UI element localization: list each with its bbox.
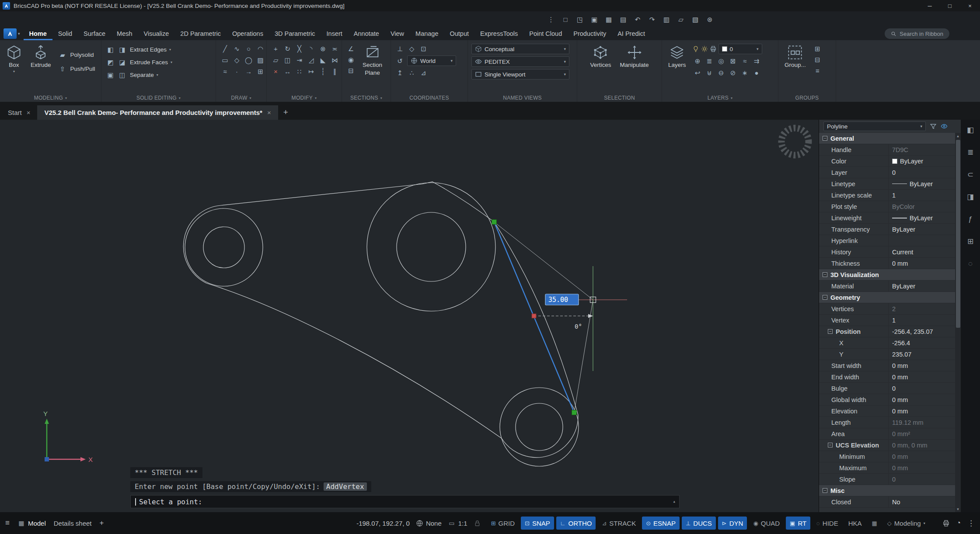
arc-icon[interactable]: ◠ <box>255 44 266 54</box>
command-input[interactable]: Select a point: ▴ <box>130 495 680 508</box>
extract-edges-button[interactable]: Extract Edges▾ <box>130 46 171 53</box>
group-label-named-views[interactable]: NAMED VIEWS <box>468 95 577 101</box>
copy-icon[interactable]: ▱ <box>270 55 281 65</box>
ucs-3point-icon[interactable]: ∴ <box>406 68 417 78</box>
hatch-icon[interactable]: ▨ <box>255 55 266 65</box>
toggle-snap[interactable]: ⊡SNAP <box>521 517 554 530</box>
close-tab-icon[interactable]: × <box>267 109 271 116</box>
layer-delete-icon[interactable]: ⊖ <box>716 68 727 78</box>
bulb-icon[interactable] <box>692 45 699 52</box>
grip-end[interactable] <box>572 410 577 415</box>
toggle-quad[interactable]: ◉QUAD <box>749 517 784 530</box>
tab-insert[interactable]: Insert <box>321 27 348 40</box>
break-icon[interactable]: ┆ <box>317 66 328 76</box>
vertices-button[interactable]: Vertices <box>587 44 614 69</box>
layer-combo[interactable]: 0 ▾ <box>718 44 762 54</box>
save-icon[interactable]: ▣ <box>590 15 599 24</box>
tab-output[interactable]: Output <box>444 27 475 40</box>
model-tab[interactable]: ▦Model <box>17 519 46 527</box>
extend-icon[interactable]: ⇥ <box>294 55 305 65</box>
layers-panel-icon[interactable]: ≣ <box>964 146 977 158</box>
property-row-bulge[interactable]: Bulge0 <box>819 383 955 394</box>
settings-icon[interactable]: ⊛ <box>705 15 714 24</box>
dynamic-input-value[interactable]: 35.00 <box>548 296 568 304</box>
spline-icon[interactable]: ≈ <box>220 66 230 76</box>
point-icon[interactable]: · <box>231 66 242 76</box>
ucs-entity-icon[interactable]: ⊿ <box>418 68 429 78</box>
layers-button[interactable]: Layers <box>666 44 689 69</box>
save-all-icon[interactable]: ▦ <box>604 15 613 24</box>
attachments-panel-icon[interactable]: ⊂ <box>964 169 977 180</box>
fields-panel-icon[interactable]: ƒ <box>964 213 977 225</box>
add-group-icon[interactable]: ⊞ <box>812 44 823 54</box>
ucs-previous-icon[interactable]: ↺ <box>394 56 405 66</box>
layer-on-icon[interactable]: ● <box>751 68 762 78</box>
kebab-menu-icon[interactable]: ⋮ <box>967 519 975 528</box>
collapse-icon[interactable]: − <box>828 443 833 447</box>
tab-surface[interactable]: Surface <box>78 27 111 40</box>
lock-icon[interactable] <box>474 520 481 527</box>
grip-base-point[interactable] <box>532 314 536 318</box>
close-button[interactable]: × <box>960 0 980 11</box>
section-line-icon[interactable]: ∠ <box>345 44 356 54</box>
offset-icon[interactable]: ≍ <box>329 44 340 54</box>
property-row-end-width[interactable]: End width0 mm <box>819 371 955 383</box>
property-row-position[interactable]: −Position-256.4, 235.07 <box>819 326 955 337</box>
property-row-color[interactable]: ColorByLayer <box>819 156 955 167</box>
property-row-handle[interactable]: Handle7D9C <box>819 144 955 156</box>
toggle-strack[interactable]: ⊿STRACK <box>598 517 640 530</box>
layer-state-icon[interactable]: ≣ <box>704 56 715 66</box>
lengthen-icon[interactable]: ↦ <box>306 66 317 76</box>
render-panel-icon[interactable]: ◨ <box>964 191 977 202</box>
property-row-length[interactable]: Length119.12 mm <box>819 417 955 428</box>
navigation-wheel[interactable] <box>781 128 809 155</box>
add-layout-button[interactable]: + <box>100 519 104 527</box>
structure-panel-icon[interactable]: ⊞ <box>964 236 977 247</box>
property-row-start-width[interactable]: Start width0 mm <box>819 360 955 371</box>
scrollbar-thumb[interactable] <box>956 140 960 328</box>
scroll-up-icon[interactable]: ▴ <box>955 134 961 138</box>
property-row-x[interactable]: X-256.4 <box>819 337 955 349</box>
property-row-plot-style[interactable]: Plot styleByColor <box>819 201 955 212</box>
redo-icon[interactable]: ↷ <box>648 15 656 24</box>
property-row-lineweight[interactable]: LineweightByLayer <box>819 212 955 224</box>
tab-ai-predict[interactable]: AI Predict <box>612 27 651 40</box>
chamfer-icon[interactable]: ◣ <box>317 55 328 65</box>
details-sheet-tab[interactable]: Details sheet <box>54 520 92 527</box>
move-icon[interactable]: + <box>270 44 281 54</box>
app-caret-icon[interactable]: ▾ <box>18 31 20 36</box>
property-row-hyperlink[interactable]: Hyperlink <box>819 235 955 246</box>
intersect-icon[interactable]: ◩ <box>105 57 116 67</box>
join-icon[interactable]: ⋈ <box>329 55 340 65</box>
section-plane-button[interactable]: Section Plane <box>360 44 385 77</box>
layer-merge-icon[interactable]: ⊎ <box>704 68 715 78</box>
property-row-slope[interactable]: Slope0 <box>819 474 955 485</box>
ucs-combo[interactable]: World ▾ <box>407 55 456 66</box>
box-button[interactable]: Box ▾ <box>3 44 24 74</box>
table-icon[interactable]: ⊞ <box>255 66 266 76</box>
line-icon[interactable]: ╱ <box>220 44 230 54</box>
collapse-icon[interactable]: − <box>823 272 827 277</box>
separate2-icon[interactable]: ◫ <box>117 70 128 80</box>
plot-icon[interactable]: ▥ <box>662 15 671 24</box>
document-tab-start[interactable]: Start× <box>1 105 37 120</box>
group-label-solid-editing[interactable]: SOLID EDITING▾ <box>101 95 216 101</box>
properties-scrollbar[interactable]: ▴ ▾ <box>955 133 961 512</box>
extrude-button[interactable]: Extrude <box>28 44 54 69</box>
polysolid-button[interactable]: ▰Polysolid <box>57 50 95 60</box>
group-label-selection[interactable]: SELECTION <box>577 95 662 101</box>
scale-icon[interactable]: ◿ <box>306 55 317 65</box>
property-row-maximum[interactable]: Maximum0 mm <box>819 462 955 474</box>
erase-icon[interactable]: × <box>270 66 281 76</box>
property-row-transparency[interactable]: TransparencyByLayer <box>819 224 955 235</box>
layer-lock-icon[interactable]: ⊠ <box>728 56 739 66</box>
extrude-faces-button[interactable]: Extrude Faces▾ <box>130 59 172 66</box>
open-file-icon[interactable]: ◳ <box>575 15 584 24</box>
layer-freeze-icon[interactable]: ∗ <box>739 68 750 78</box>
sun-icon[interactable] <box>701 45 708 52</box>
view-scale-control[interactable]: ▭1:1 <box>448 519 467 527</box>
property-row-vertex[interactable]: Vertex1 <box>819 315 955 326</box>
print-icon[interactable]: ▤ <box>619 15 628 24</box>
status-circle-icon[interactable]: ◔ <box>956 519 961 527</box>
tab-view[interactable]: View <box>385 27 410 40</box>
